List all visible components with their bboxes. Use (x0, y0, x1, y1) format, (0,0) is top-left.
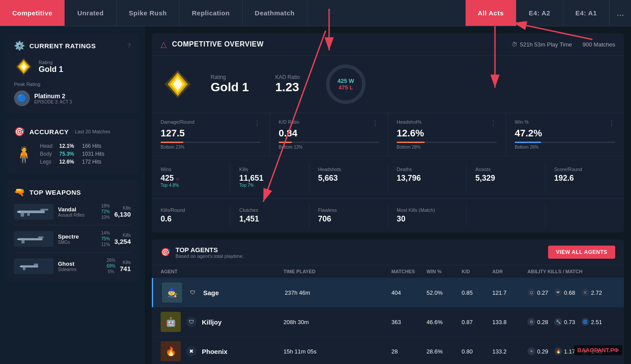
svg-rect-10 (38, 236, 43, 238)
wins-count: 425 W (337, 78, 354, 84)
kd-more-icon[interactable]: ⋮ (372, 119, 379, 128)
col-agent: Agent (161, 269, 283, 274)
phoenix-info: 🔥 ✖ Phoenix (161, 341, 283, 361)
svg-rect-4 (18, 211, 45, 213)
svg-rect-14 (34, 264, 38, 265)
ext-kills: Kills 11,651 Top 7% (230, 163, 309, 191)
kills-round-stat: Kills/Round 0.6 (152, 204, 230, 227)
sidebar: ⚙️ Current Ratings ? Rating Gold 1 (0, 26, 145, 364)
overview-section: △ Competitive Overview ⏱ 521h 53m Play T… (152, 33, 624, 232)
svg-rect-6 (21, 213, 24, 217)
phoenix-role-icon: ✖ (186, 346, 197, 357)
sage-info: 🧙 🛡 Sage (162, 282, 285, 303)
killjoy-ability-2: 🔧 0.73 (554, 318, 575, 326)
ext-deaths: Deaths 13,796 (388, 163, 466, 191)
weapon-item-spectre: Spectre SMGs 14% 75% 11% Kills 3,254 (14, 231, 131, 253)
body-pct: 75.3% (59, 151, 79, 157)
col-ability: Ability Kills / Match (527, 269, 615, 274)
stat-card-win: Win % ⋮ 47.2% Bottom 26% (506, 113, 624, 156)
agents-subtitle: Based on agent's total playtime. (176, 253, 244, 259)
agents-title-block: Top Agents Based on agent's total playti… (176, 246, 244, 259)
ratings-icon: ⚙️ (14, 40, 25, 51)
agent-row-sage: 🧙 🛡 Sage 237h 46m 404 52.0% 0.85 121.7 Q… (152, 278, 624, 307)
phoenix-e-icon: 🔥 (554, 347, 562, 355)
wl-circle: 425 W 475 L (326, 64, 366, 104)
stats-grid: Damage/Round ⋮ 127.5 Bottom 23% K/D Rati… (152, 113, 624, 156)
top-weapons-section: 🔫 Top Weapons Vandal Assault Rifles (7, 180, 138, 281)
phoenix-name: Phoenix (202, 348, 227, 355)
damage-more-icon[interactable]: ⋮ (254, 119, 261, 128)
current-ratings-title: Current Ratings (29, 42, 96, 50)
ext-score-round: Score/Round 192.6 (545, 163, 624, 191)
accuracy-legs-row: Legs 12.6% 172 Hits (40, 159, 131, 165)
hs-more-icon[interactable]: ⋮ (490, 119, 497, 128)
phoenix-ability-1: ☀ 0.29 (527, 347, 548, 355)
kd-sub: Bottom 13% (279, 145, 379, 150)
kd-label: K/D Ratio (279, 119, 299, 125)
win-more-icon[interactable]: ⋮ (608, 119, 615, 128)
ghost-name: Ghost (58, 261, 76, 267)
accuracy-title: Accuracy (29, 128, 69, 136)
tab-e4-a1[interactable]: E4: A1 (563, 0, 609, 26)
view-all-agents-button[interactable]: View All Agents (548, 246, 615, 259)
killjoy-matches: 363 (391, 319, 427, 325)
kad-label: KAD Ratio (275, 74, 300, 80)
rating-label: Rating (39, 60, 63, 65)
killjoy-ability-1: ⚙ 0.28 (527, 318, 548, 326)
col-matches: Matches (391, 269, 427, 274)
phoenix-ability-2: 🔥 1.17 (554, 347, 575, 355)
agents-icon: 🎯 (161, 247, 170, 257)
killjoy-x-icon: 🌀 (581, 318, 589, 326)
help-icon[interactable]: ? (127, 42, 131, 49)
killjoy-time: 208h 30m (283, 319, 391, 325)
big-rating-value: Gold 1 (211, 80, 249, 94)
agents-title: Top Agents (176, 246, 244, 253)
clock-icon: ⏱ (512, 41, 517, 48)
head-hits: 166 Hits (82, 143, 101, 149)
tab-competitive[interactable]: Competitive (0, 0, 65, 26)
sage-e-icon: ❤ (554, 289, 562, 296)
bottom-stats: Kills/Round 0.6 Clutches 1,451 Flawless … (152, 198, 624, 232)
vandal-name: Vandal (58, 206, 85, 213)
tab-e4-a2[interactable]: E4: A2 (516, 0, 563, 26)
tab-spike-rush[interactable]: Spike Rush (117, 0, 180, 26)
play-time-value: 521h 53m Play Time (520, 41, 572, 48)
killjoy-role-icon: 🛡 (186, 317, 197, 327)
ext-headshots: Headshots 5,663 (309, 163, 388, 191)
col-win-pct: Win % (427, 269, 462, 274)
extended-stats: Wins 425 ○ Top 4.8% Kills 11,651 Top 7% … (152, 156, 624, 198)
rating-info: Rating Gold 1 (39, 60, 63, 74)
damage-label: Damage/Round (161, 119, 194, 125)
killjoy-avatar: 🤖 (161, 312, 181, 332)
overview-header: △ Competitive Overview ⏱ 521h 53m Play T… (152, 33, 624, 56)
accuracy-icon: 🎯 (14, 126, 25, 137)
flawless-stat: Flawless 706 (309, 204, 388, 227)
rating-summary: Rating Gold 1 KAD Ratio 1.23 425 W 475 L (152, 56, 624, 113)
legs-label: Legs (40, 159, 56, 165)
play-time-meta: ⏱ 521h 53m Play Time (512, 41, 572, 48)
main-content: △ Competitive Overview ⏱ 521h 53m Play T… (145, 26, 631, 364)
hs-value: 12.6% (397, 128, 497, 139)
svg-rect-16 (20, 266, 22, 267)
big-rating-icon (162, 69, 193, 100)
tab-deathmatch[interactable]: Deathmatch (243, 0, 308, 26)
ghost-kills: Kills 741 (120, 260, 131, 272)
tab-all-acts[interactable]: All Acts (466, 0, 516, 26)
more-tabs-button[interactable]: ... (609, 0, 631, 26)
tab-replication[interactable]: Replication (179, 0, 242, 26)
vandal-image (14, 204, 54, 220)
kad-value: 1.23 (275, 80, 300, 94)
kad-section: KAD Ratio 1.23 (275, 74, 300, 94)
most-kills-stat: Most Kills (Match) 30 (388, 204, 466, 227)
matches-value: 900 Matches (583, 41, 615, 48)
svg-rect-5 (40, 209, 48, 211)
spectre-hit-pcts: 14% 75% 11% (101, 231, 110, 247)
stat-card-damage: Damage/Round ⋮ 127.5 Bottom 23% (152, 113, 270, 156)
tab-unrated[interactable]: Unrated (65, 0, 116, 26)
killjoy-info: 🤖 🛡 Killjoy (161, 312, 283, 332)
vandal-kills: Kills 6,130 (114, 206, 131, 218)
killjoy-q-icon: ⚙ (527, 318, 535, 326)
head-pct: 12.1% (59, 143, 79, 149)
rating-row: Rating Gold 1 (14, 57, 131, 76)
hs-sub: Bottom 28% (397, 145, 497, 150)
